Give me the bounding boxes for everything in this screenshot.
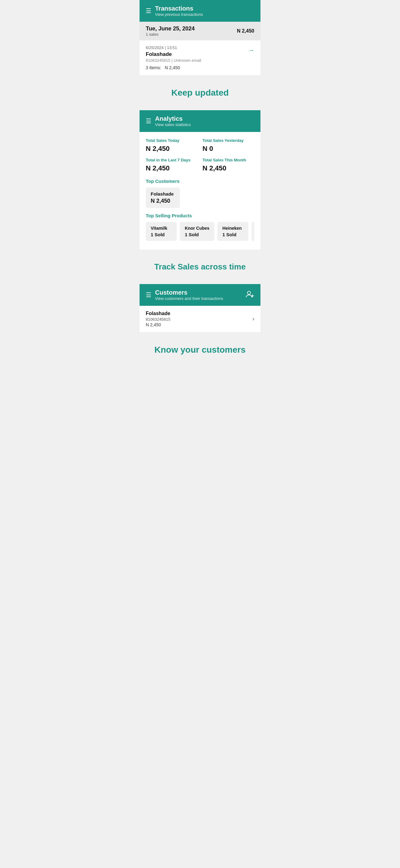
products-scroll: Vitamilk 1 Sold Knor Cubes 1 Sold Heinek…	[146, 222, 254, 242]
analytics-header: ☰ Analytics View sales statistics	[139, 110, 261, 132]
customer-card-name: Folashade	[151, 191, 175, 196]
tx-timestamp: 6/25/2024 | 13:51	[146, 45, 201, 50]
cust-arrow-icon: ›	[253, 316, 254, 322]
transactions-header: ☰ Transactions View previous transaction…	[139, 0, 261, 22]
stat-today: Total Sales Today N 2,450	[146, 138, 198, 153]
customers-subtitle: View customers and their transactions	[155, 296, 223, 301]
keep-updated-banner: Keep updated	[139, 75, 261, 110]
top-products-section: Top Selling Products Vitamilk 1 Sold Kno…	[139, 213, 261, 250]
track-sales-title: Track Sales across time	[146, 262, 254, 272]
tx-items-label: 3 Items:	[146, 65, 161, 70]
product-card-sold: 1 Sold	[222, 232, 243, 237]
add-customer-icon[interactable]	[245, 290, 254, 300]
product-card-name: Vitamilk	[151, 226, 172, 231]
stat-month-label: Total Sales This Month	[202, 158, 254, 162]
product-card-name: Knor Cubes	[185, 226, 209, 231]
sales-count: 1 sales	[146, 32, 195, 37]
date-total-amount: N 2,450	[237, 28, 254, 34]
stat-7days: Total in the Last 7 Days N 2,450	[146, 158, 198, 172]
know-customers-title: Know your customers	[146, 345, 254, 355]
stat-7days-value: N 2,450	[146, 164, 198, 172]
cust-amount: N 2,450	[146, 322, 171, 327]
analytics-subtitle: View sales statistics	[155, 122, 191, 127]
customers-section: Folashade 81063245815 N 2,450 ›	[139, 306, 261, 333]
stats-grid: Total Sales Today N 2,450 Total Sales Ye…	[139, 132, 261, 179]
transactions-title: Transactions	[155, 5, 203, 12]
customers-container: Folashade N 2,450	[146, 187, 254, 208]
customers-list: Folashade 81063245815 N 2,450 ›	[139, 306, 261, 333]
cust-phone: 81063245815	[146, 317, 171, 321]
transactions-section: Tue, June 25, 2024 1 sales N 2,450 6/25/…	[139, 22, 261, 75]
stat-yesterday-value: N 0	[202, 145, 254, 153]
product-card[interactable]: Heineken 1 Sold	[218, 222, 248, 241]
transaction-item[interactable]: 6/25/2024 | 13:51 Folashade 81063245815 …	[139, 40, 261, 75]
tx-items: 3 Items: N 2,450	[146, 65, 201, 70]
product-card[interactable]: Knor Cubes 1 Sold	[180, 222, 214, 241]
product-card-sold: 1 Sold	[151, 232, 172, 237]
date-title: Tue, June 25, 2024	[146, 26, 195, 32]
stat-today-value: N 2,450	[146, 145, 198, 153]
track-sales-banner: Track Sales across time	[139, 250, 261, 284]
know-customers-banner: Know your customers	[139, 333, 261, 367]
customer-row[interactable]: Folashade 81063245815 N 2,450 ›	[139, 306, 261, 333]
menu-icon[interactable]: ☰	[146, 7, 151, 14]
tx-contact: 81063245815 | Unknown email	[146, 58, 201, 63]
stat-month: Total Sales This Month N 2,450	[202, 158, 254, 172]
stat-yesterday-label: Total Sales Yesterday	[202, 138, 254, 143]
customer-card[interactable]: Folashade N 2,450	[146, 187, 180, 208]
product-card-name: Heineken	[222, 226, 243, 231]
top-customers-section: Top Customers Folashade N 2,450	[139, 179, 261, 213]
top-customers-label: Top Customers	[146, 179, 254, 184]
cust-name: Folashade	[146, 311, 171, 316]
product-card[interactable]: Vitamilk 1 Sold	[146, 222, 177, 241]
tx-items-amount: N 2,450	[165, 65, 180, 70]
stat-yesterday: Total Sales Yesterday N 0	[202, 138, 254, 153]
customers-title: Customers	[155, 289, 223, 296]
analytics-section: Total Sales Today N 2,450 Total Sales Ye…	[139, 132, 261, 250]
customers-header: ☰ Customers View customers and their tra…	[139, 284, 261, 306]
stat-month-value: N 2,450	[202, 164, 254, 172]
analytics-menu-icon[interactable]: ☰	[146, 117, 151, 125]
stat-7days-label: Total in the Last 7 Days	[146, 158, 198, 162]
svg-point-0	[247, 291, 251, 294]
analytics-title: Analytics	[155, 115, 191, 122]
customers-menu-icon[interactable]: ☰	[146, 291, 151, 299]
top-products-label: Top Selling Products	[146, 213, 254, 218]
tx-arrow-icon[interactable]: →	[248, 46, 254, 54]
date-header: Tue, June 25, 2024 1 sales N 2,450	[139, 22, 261, 40]
tx-customer-name: Folashade	[146, 51, 201, 57]
product-card-sold: 1 Sold	[185, 232, 209, 237]
transactions-subtitle: View previous transactions	[155, 12, 203, 17]
stat-today-label: Total Sales Today	[146, 138, 198, 143]
product-card[interactable]: Chicken Breast 0 Sold	[252, 222, 254, 241]
customer-card-amount: N 2,450	[151, 198, 175, 204]
keep-updated-title: Keep updated	[146, 88, 254, 98]
